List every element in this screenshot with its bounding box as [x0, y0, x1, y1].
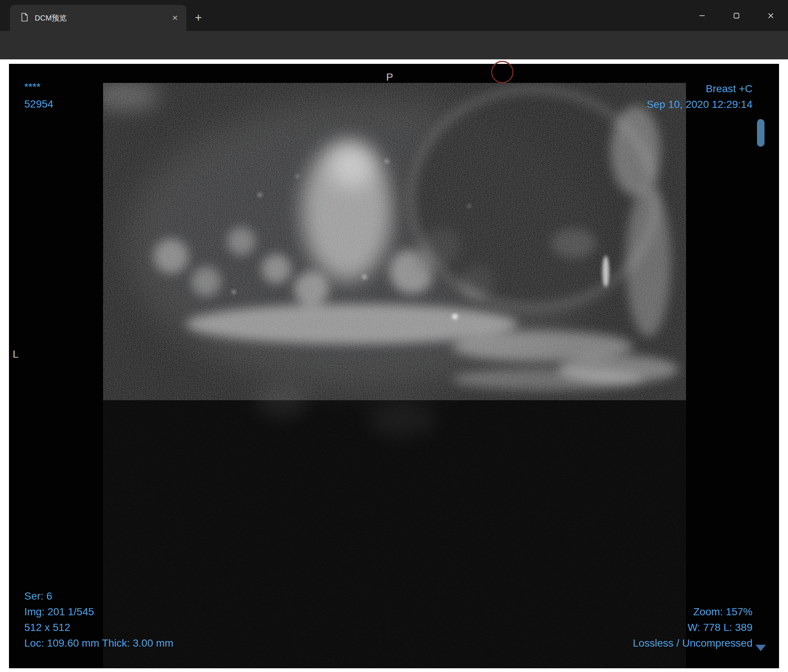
- overlay-bottom-left: Ser: 6 Img: 201 1/545 512 x 512 Loc: 109…: [24, 588, 173, 651]
- orientation-marker-posterior: P: [386, 71, 393, 83]
- window-level: W: 778 L: 389: [632, 620, 753, 636]
- window-controls: [685, 0, 788, 31]
- overlay-top-right: Breast +C Sep 10, 2020 12:29:14: [647, 81, 753, 113]
- study-description: Breast +C: [647, 81, 753, 97]
- page-background: P L **** 52954 Breast +C Sep 10, 2020 12…: [0, 59, 788, 672]
- overlay-top-left: **** 52954: [24, 78, 53, 113]
- slice-location: Loc: 109.60 mm Thick: 3.00 mm: [24, 636, 173, 651]
- tab-title: DCM预览: [35, 13, 170, 23]
- matrix-size: 512 x 512: [24, 620, 173, 636]
- tab-close-button[interactable]: ✕: [170, 13, 180, 23]
- maximize-button[interactable]: [719, 0, 754, 31]
- series-number: Ser: 6: [24, 588, 173, 604]
- browser-toolbar: https://file.kkview.cn/onlinePreview?url…: [0, 31, 788, 59]
- image-number: Img: 201 1/545: [24, 604, 173, 620]
- close-window-button[interactable]: [754, 0, 788, 31]
- acquisition-datetime: Sep 10, 2020 12:29:14: [647, 97, 753, 113]
- scrollbar-thumb[interactable]: [757, 119, 764, 147]
- patient-id: 52954: [24, 95, 53, 113]
- zoom-level: Zoom: 157%: [632, 604, 753, 620]
- new-tab-button[interactable]: +: [190, 9, 207, 26]
- mri-image[interactable]: [103, 83, 686, 668]
- tab-dcm-preview[interactable]: DCM预览 ✕: [10, 5, 186, 31]
- browser-window: DCM预览 ✕ +: [0, 0, 788, 672]
- dicom-viewer: P L **** 52954 Breast +C Sep 10, 2020 12…: [9, 64, 779, 668]
- annotation-circle: [491, 61, 513, 83]
- minimize-button[interactable]: [685, 0, 719, 31]
- compression-info: Lossless / Uncompressed: [632, 636, 753, 651]
- orientation-marker-left: L: [13, 348, 19, 360]
- overlay-stars: ****: [24, 78, 53, 95]
- tab-strip: DCM预览 ✕ +: [0, 0, 788, 31]
- document-icon: [20, 12, 29, 24]
- overlay-bottom-right: Zoom: 157% W: 778 L: 389 Lossless / Unco…: [632, 604, 753, 651]
- scroll-down-arrow[interactable]: [756, 645, 766, 651]
